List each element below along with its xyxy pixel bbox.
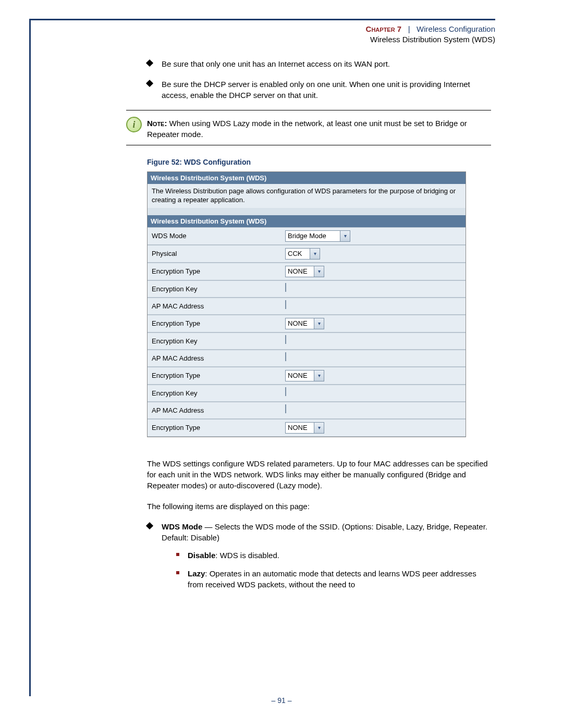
- field-label: AP MAC Address: [148, 350, 281, 366]
- section-title: Wireless Configuration: [417, 24, 495, 33]
- select-value: NONE: [286, 371, 314, 381]
- side-rule: [29, 19, 31, 696]
- ap-mac-input[interactable]: [285, 404, 286, 413]
- form-row-enc-key: Encryption Key: [148, 332, 466, 350]
- select-value: Bridge Mode: [286, 231, 340, 241]
- chevron-down-icon: ▾: [314, 423, 324, 433]
- form-row-enc-type: Encryption Type NONE ▾: [148, 263, 466, 280]
- form-row-enc-type: Encryption Type NONE ▾: [148, 367, 466, 385]
- form-row-enc-type: Encryption Type NONE ▾: [148, 315, 466, 332]
- term: Lazy: [188, 569, 205, 578]
- bullet-text: Be sure the DHCP server is enabled only …: [162, 80, 470, 100]
- field-label: Encryption Type: [148, 315, 281, 332]
- bullet-item: Be sure the DHCP server is enabled only …: [147, 79, 491, 101]
- diamond-icon: [146, 80, 153, 87]
- form-row-ap-mac: AP MAC Address: [148, 402, 466, 419]
- square-icon: [176, 571, 179, 574]
- encryption-key-input[interactable]: [285, 387, 286, 396]
- diamond-icon: [146, 522, 153, 529]
- term-desc: — Selects the WDS mode of the SSID. (Opt…: [162, 522, 487, 542]
- select-value: NONE: [286, 266, 314, 277]
- figure-caption: Figure 52: WDS Configuration: [147, 158, 491, 166]
- form-row-ap-mac: AP MAC Address: [148, 350, 466, 367]
- form-row-enc-type: Encryption Type NONE ▾: [148, 419, 466, 437]
- callout-bottom-rule: [126, 145, 491, 145]
- page-number: – 91 –: [0, 696, 563, 705]
- physical-select[interactable]: CCK ▾: [285, 248, 320, 260]
- form-row-physical: Physical CCK ▾: [148, 245, 466, 263]
- form-row-enc-key: Encryption Key: [148, 280, 466, 298]
- definition-item: WDS Mode — Selects the WDS mode of the S…: [147, 521, 491, 590]
- form-row-wds-mode: WDS Mode Bridge Mode ▾: [148, 227, 466, 245]
- field-label: Encryption Type: [148, 367, 281, 384]
- term-desc: : WDS is disabled.: [215, 551, 279, 560]
- square-icon: [176, 553, 179, 556]
- sub-definition-item: Disable: WDS is disabled.: [176, 550, 491, 561]
- term: Disable: [188, 551, 215, 560]
- chevron-down-icon: ▾: [314, 318, 324, 329]
- intro-bullet-list: Be sure that only one unit has an Intern…: [147, 58, 491, 101]
- form-row-ap-mac: AP MAC Address: [148, 298, 466, 315]
- term: WDS Mode: [162, 522, 202, 531]
- panel-description: The Wireless Distribution page allows co…: [148, 184, 466, 208]
- chevron-down-icon: ▾: [310, 249, 320, 259]
- encryption-type-select[interactable]: NONE ▾: [285, 266, 324, 277]
- encryption-key-input[interactable]: [285, 283, 286, 292]
- subsection-title: Wireless Distribution System (WDS): [366, 34, 495, 45]
- encryption-type-select[interactable]: NONE ▾: [285, 318, 324, 329]
- encryption-type-select[interactable]: NONE ▾: [285, 370, 324, 381]
- page-header: Chapter 7 | Wireless Configuration Wirel…: [366, 24, 495, 45]
- note-block: i Note: When using WDS Lazy mode in the …: [126, 118, 491, 140]
- form-row-enc-key: Encryption Key: [148, 385, 466, 402]
- paragraph: The WDS settings configure WDS related p…: [147, 458, 491, 491]
- chevron-down-icon: ▾: [314, 371, 324, 381]
- ap-mac-input[interactable]: [285, 300, 286, 309]
- callout-top-rule: [126, 110, 491, 110]
- field-label: Encryption Key: [148, 333, 281, 349]
- field-label: Encryption Key: [148, 281, 281, 297]
- field-label: AP MAC Address: [148, 298, 281, 314]
- paragraph: The following items are displayed on thi…: [147, 501, 491, 512]
- field-label: Encryption Type: [148, 419, 281, 436]
- field-label: AP MAC Address: [148, 402, 281, 418]
- chevron-down-icon: ▾: [340, 231, 350, 241]
- panel-subtitle: Wireless Distribution System (WDS): [148, 215, 466, 227]
- term-desc: : Operates in an automatic mode that det…: [188, 569, 476, 589]
- field-label: WDS Mode: [148, 228, 281, 244]
- wds-mode-select[interactable]: Bridge Mode ▾: [285, 230, 350, 242]
- info-icon: i: [126, 117, 142, 132]
- select-value: NONE: [286, 318, 314, 329]
- field-label: Physical: [148, 245, 281, 262]
- field-label: Encryption Type: [148, 263, 281, 280]
- select-value: CCK: [286, 249, 310, 259]
- top-rule: [29, 19, 495, 20]
- ap-mac-input[interactable]: [285, 352, 286, 361]
- sub-definition-item: Lazy: Operates in an automatic mode that…: [176, 568, 491, 590]
- diamond-icon: [146, 59, 153, 67]
- chapter-label: Chapter 7: [366, 24, 402, 33]
- field-label: Encryption Key: [148, 385, 281, 401]
- bullet-item: Be sure that only one unit has an Intern…: [147, 58, 491, 69]
- bullet-text: Be sure that only one unit has an Intern…: [162, 59, 390, 68]
- wds-config-screenshot: Wireless Distribution System (WDS) The W…: [147, 171, 466, 437]
- definition-list: WDS Mode — Selects the WDS mode of the S…: [147, 521, 491, 590]
- chevron-down-icon: ▾: [314, 266, 324, 277]
- encryption-key-input[interactable]: [285, 335, 286, 344]
- note-label: Note:: [147, 119, 167, 128]
- header-separator: |: [403, 24, 414, 33]
- encryption-type-select[interactable]: NONE ▾: [285, 422, 324, 434]
- select-value: NONE: [286, 423, 314, 433]
- panel-title: Wireless Distribution System (WDS): [148, 172, 466, 184]
- note-text: When using WDS Lazy mode in the network,…: [147, 119, 467, 139]
